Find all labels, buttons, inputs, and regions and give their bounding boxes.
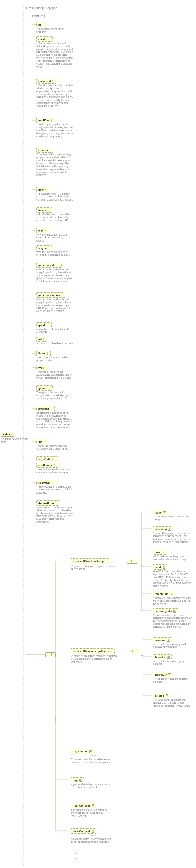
attr-whyuri: whyuri⋮ (36, 245, 52, 250)
desc: A free-text value assigned as property v… (36, 356, 74, 362)
element-related: related ⊞ (153, 693, 170, 698)
desc: A group of properites required to define… (72, 565, 117, 571)
attr-modified: modified⋮ (36, 118, 55, 123)
desc: Why the metadata has been included - exp… (36, 251, 74, 257)
sequence-icon (130, 649, 140, 653)
desc: An identifier of a more generic concept. (153, 660, 193, 666)
attr-typeuri: typeuri⋮ (36, 385, 53, 391)
desc: The type of the concept assigned as cont… (36, 370, 74, 379)
element-sameas: sameAs ⊞ (153, 637, 172, 642)
desc: A URI which identifies a concept. (36, 342, 74, 345)
desc: A qualified code which identifies a conc… (36, 328, 74, 334)
desc: If the property value is not defined, sp… (36, 42, 74, 68)
sequence-icon (127, 559, 137, 564)
element-mainconcept: mainConcept ⊞ (71, 803, 96, 808)
attr-uri: uri⋮ (36, 337, 47, 342)
element-broader: broader ⊞ (153, 654, 171, 659)
desc: A natural language name for the concept. (153, 515, 193, 521)
attr-creator: creator⋮ (36, 36, 53, 41)
attr-pubconstraint: pubconstraint⋮ (36, 262, 62, 268)
desc: An identifier of a more specific concept… (153, 677, 193, 683)
attr-how: how⋮ (36, 187, 49, 192)
desc: Extension point for provider-defined pro… (71, 758, 113, 764)
sequence-icon (45, 652, 55, 657)
desc: A concept which is faceting another conc… (71, 838, 113, 843)
attr-id: id⋮ (36, 22, 46, 27)
element-subject: subject (1, 432, 14, 437)
cardinality: 0..∞ (91, 754, 96, 757)
desc: Additional natural language information … (153, 555, 193, 561)
desc: In NAR 1.8 and later: facet is deprecate… (153, 570, 193, 588)
desc: The type of the concept assigned as cont… (36, 391, 74, 400)
cardinality: 0..∞ (141, 653, 145, 656)
desc: Represents the position of a concept in … (153, 614, 193, 628)
desc: A natural language definition of the sem… (153, 532, 193, 544)
desc: The confidence with which the metadata h… (36, 468, 74, 474)
type-title: Flex1ConceptPropType (26, 6, 57, 10)
attr-qcode: qcode⋮ (36, 322, 52, 328)
desc: A reference to the concept from which th… (36, 506, 74, 524)
desc: A link to an item or a web resource whic… (153, 597, 193, 606)
element-facetconcept: facetConcept ⊞ (71, 829, 96, 834)
attr-relevance: relevance⋮ (36, 480, 56, 485)
attr-any-other: any ##other⋮ (36, 456, 58, 461)
attr-pubconstrainturi: pubconstrainturi⋮ (36, 292, 65, 298)
attr-creatoruri: creatoruri⋮ (36, 79, 56, 84)
element-narrower: narrower ⊞ (153, 672, 173, 677)
element-hierarchyinfo: hierarchyInfo ⊞ (153, 608, 178, 613)
group-conceptrelationships: ConceptRelationshipsGroup□ (71, 648, 115, 654)
desc: A group of properites required to indica… (72, 655, 120, 663)
element-note: note ⊞ (153, 550, 167, 555)
element-name: name ⊞ (153, 510, 168, 515)
desc: If set to true the corresponding propert… (36, 153, 74, 177)
desc: A related concept, where the relationshi… (153, 699, 193, 707)
attr-dir: dir⋮ (36, 439, 47, 444)
element-bag: bag ⊞ (71, 777, 84, 782)
desc: Indicates by which means the value was e… (36, 192, 74, 201)
attr-custom: custom⋮ (36, 148, 53, 153)
group-conceptdefinition: ConceptDefinitionGroup□ (71, 558, 110, 564)
ellipsis-icon (76, 854, 77, 862)
element-any-other: any ##other ⊞ (71, 749, 94, 754)
element-remoteinfo: remoteInfo ⊞ (153, 591, 175, 596)
desc: If the attribute is empty, specifies whi… (36, 84, 74, 107)
attr-xml-lang: xml:lang⋮ (36, 406, 55, 411)
attr-confidence: confidence⋮ (36, 463, 58, 468)
attributes-box: □attributes (28, 14, 44, 18)
element-definition: definition ⊞ (153, 526, 173, 531)
desc: The local identifier of the property. (36, 28, 74, 34)
desc: One or many constraints that apply to pu… (36, 298, 74, 313)
attr-howuri: howuri⋮ (36, 208, 52, 213)
desc: The concept which is faceted by other co… (71, 809, 113, 817)
desc: Specifies the language of this property … (36, 411, 74, 429)
desc: Indicates by which means the value was e… (36, 213, 74, 222)
attr-why: why⋮ (36, 228, 49, 233)
desc: One or many constraints that apply to pu… (36, 268, 74, 283)
expand-icon[interactable]: - (16, 433, 19, 436)
element-facet: facet ⊞ (153, 564, 167, 569)
label: subject (3, 433, 12, 436)
desc: Why the metadata has been included - exp… (36, 233, 74, 242)
ellipsis-icon (55, 717, 56, 725)
cardinality: 0..∞ (138, 564, 143, 566)
attr-derivedfrom: derivedfrom⋮ (36, 500, 59, 505)
attr-literal: literal⋮ (36, 351, 51, 356)
desc: A group of existing concepts which expre… (71, 783, 113, 789)
desc: The directionality of textual content (e… (36, 444, 74, 451)
desc: A subject covered by the event (1, 438, 32, 443)
attr-type: type⋮ (36, 365, 49, 370)
desc: The date (and, optionally, the time) whe… (36, 123, 74, 138)
desc: An identifier of a concept with equivale… (153, 643, 193, 649)
desc: The relevance of the metadata to the new… (36, 485, 74, 494)
cardinality: 0..∞ (91, 834, 96, 837)
